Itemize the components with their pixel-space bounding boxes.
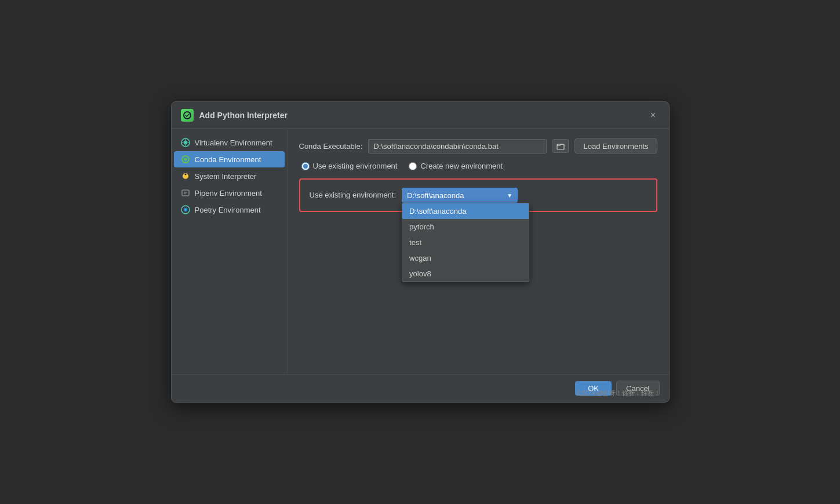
use-existing-radio-label[interactable]: Use existing environment: [301, 162, 398, 170]
sidebar: Virtualenv Environment Conda Environment: [172, 129, 288, 374]
radio-options-row: Use existing environment Create new envi…: [299, 162, 657, 170]
sidebar-item-pipenv-label: Pipenv Environment: [195, 189, 262, 198]
env-dropdown-list: D:\soft\anaconda pytorch test wcgan yolo…: [402, 203, 529, 282]
dropdown-item-3[interactable]: wcgan: [402, 250, 529, 266]
use-existing-radio[interactable]: [301, 162, 310, 170]
sidebar-item-poetry[interactable]: Poetry Environment: [174, 202, 285, 218]
poetry-icon: [181, 205, 190, 214]
sidebar-item-system[interactable]: System Interpreter: [174, 168, 285, 184]
watermark: CSDN @你呀！你呀！你呀！: [577, 389, 660, 397]
create-new-label: Create new environment: [420, 162, 503, 170]
conda-executable-label: Conda Executable:: [299, 142, 363, 151]
sidebar-item-virtualenv[interactable]: Virtualenv Environment: [174, 134, 285, 151]
dialog-titlebar: Add Python Interpreter ×: [172, 102, 669, 129]
dialog-body: Virtualenv Environment Conda Environment: [172, 129, 669, 374]
sidebar-item-conda[interactable]: Conda Environment: [174, 151, 285, 167]
dialog-title: Add Python Interpreter: [199, 111, 641, 120]
env-dropdown-value: D:\soft\anaconda: [407, 191, 464, 200]
system-icon: [181, 171, 190, 181]
conda-executable-row: Conda Executable: Load Environments: [299, 138, 657, 154]
env-dropdown-selected[interactable]: D:\soft\anaconda ▼: [402, 188, 518, 203]
use-existing-label: Use existing environment: [313, 162, 398, 170]
dropdown-item-1[interactable]: pytorch: [402, 219, 529, 235]
create-new-radio-label[interactable]: Create new environment: [409, 162, 503, 170]
dropdown-item-0[interactable]: D:\soft\anaconda: [402, 203, 529, 219]
svg-point-6: [184, 158, 187, 161]
sidebar-item-virtualenv-label: Virtualenv Environment: [195, 138, 272, 147]
sidebar-item-conda-label: Conda Environment: [195, 155, 261, 164]
app-icon: [181, 109, 194, 122]
create-new-radio[interactable]: [409, 162, 417, 170]
sidebar-item-poetry-label: Poetry Environment: [195, 206, 261, 214]
conda-icon: [181, 155, 190, 164]
dropdown-item-2[interactable]: test: [402, 235, 529, 250]
dialog-footer: OK Cancel: [172, 374, 669, 402]
load-environments-button[interactable]: Load Environments: [574, 138, 657, 154]
virtualenv-icon: [181, 138, 190, 147]
close-button[interactable]: ×: [647, 109, 660, 122]
conda-executable-input[interactable]: [368, 139, 547, 154]
env-dropdown-container: D:\soft\anaconda ▼ D:\soft\anaconda pyto…: [402, 188, 518, 203]
dropdown-item-4[interactable]: yolov8: [402, 266, 529, 282]
add-interpreter-dialog: Add Python Interpreter × Virtualenv Envi…: [171, 101, 670, 403]
svg-point-8: [184, 174, 186, 176]
svg-rect-9: [182, 190, 189, 196]
svg-point-14: [185, 209, 186, 210]
existing-env-section: Use existing environment: D:\soft\anacon…: [299, 178, 657, 212]
env-select-label: Use existing environment:: [310, 188, 397, 203]
sidebar-item-system-label: System Interpreter: [195, 172, 257, 181]
main-content: Conda Executable: Load Environments Use …: [288, 129, 669, 374]
env-select-row: Use existing environment: D:\soft\anacon…: [310, 188, 647, 203]
browse-button[interactable]: [552, 139, 569, 153]
pipenv-icon: [181, 188, 190, 198]
sidebar-item-pipenv[interactable]: Pipenv Environment: [174, 185, 285, 201]
svg-rect-15: [557, 144, 564, 149]
chevron-down-icon: ▼: [507, 192, 512, 199]
